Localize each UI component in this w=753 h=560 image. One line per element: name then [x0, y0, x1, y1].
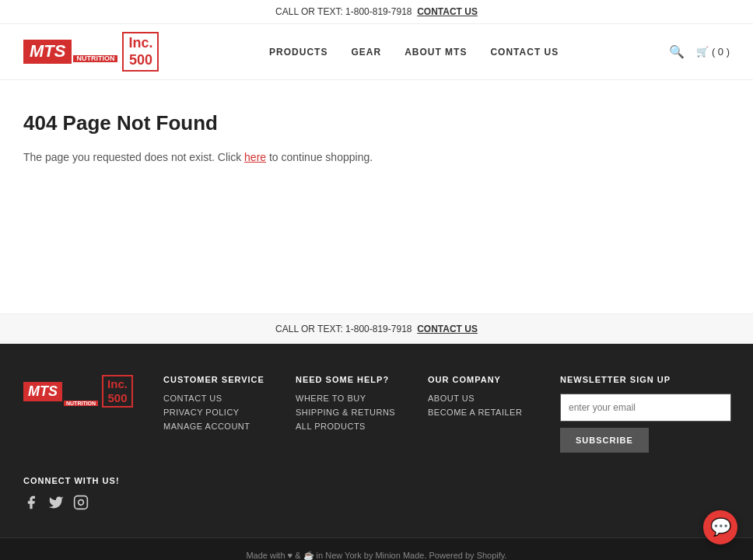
- footer-need-help: NEED SOME HELP? WHERE TO BUY SHIPPING & …: [296, 375, 412, 453]
- footer-logo-mts-text: MTS: [23, 382, 62, 401]
- nav-contact[interactable]: CONTACT US: [490, 47, 559, 58]
- customer-service-heading: CUSTOMER SERVICE: [163, 375, 280, 384]
- facebook-icon[interactable]: [23, 495, 39, 514]
- logo-mts[interactable]: MTS NUTRITION: [23, 40, 117, 63]
- page-title: 404 Page Not Found: [23, 111, 730, 135]
- connect-heading: CONNECT WITH US!: [23, 476, 730, 485]
- footer-bar-contact-link[interactable]: CONTACT US: [417, 324, 478, 334]
- main-content: 404 Page Not Found The page you requeste…: [0, 80, 753, 313]
- footer-where-to-buy-link[interactable]: WHERE TO BUY: [296, 394, 412, 403]
- footer-logo-inc: Inc. 500: [102, 375, 133, 408]
- nav-products[interactable]: PRODUCTS: [269, 47, 327, 58]
- header-icons: 🔍 🛒 ( 0 ): [669, 44, 730, 59]
- footer-retailer-link[interactable]: BECOME A RETAILER: [428, 408, 545, 417]
- logo-mts-text: MTS: [23, 40, 72, 63]
- twitter-icon[interactable]: [48, 495, 64, 514]
- logo-inc-number: 500: [128, 52, 152, 69]
- logo-inc: Inc. 500: [122, 32, 159, 72]
- chat-bubble[interactable]: 💬: [703, 510, 737, 544]
- cart-count: ( 0 ): [712, 46, 730, 58]
- instagram-icon[interactable]: [73, 495, 89, 514]
- top-banner-text: CALL OR TEXT: 1-800-819-7918: [275, 6, 412, 17]
- nav-about[interactable]: ABOUT MTS: [405, 47, 467, 58]
- cart-button[interactable]: 🛒 ( 0 ): [696, 46, 730, 58]
- footer-bottom-text: Made with ♥ & ☕ in New York by Minion Ma…: [246, 551, 506, 560]
- footer-privacy-link[interactable]: PRIVACY POLICY: [163, 408, 280, 417]
- page-body: The page you requested does not exist. C…: [23, 151, 730, 163]
- cart-icon: 🛒: [696, 46, 709, 58]
- footer-logo-inc-number: 500: [107, 391, 128, 405]
- footer-shipping-link[interactable]: SHIPPING & RETURNS: [296, 408, 412, 417]
- footer-contact-bar: CALL OR TEXT: 1-800-819-7918 CONTACT US: [0, 313, 753, 344]
- logo-area: MTS NUTRITION Inc. 500: [23, 32, 159, 72]
- newsletter-email-input[interactable]: [560, 394, 731, 422]
- footer-our-company: OUR COMPANY ABOUT US BECOME A RETAILER: [428, 375, 545, 453]
- chat-icon: 💬: [710, 517, 731, 537]
- footer-logo-inc-label: Inc.: [107, 377, 128, 391]
- subscribe-button[interactable]: SUBSCRIBE: [560, 428, 649, 453]
- footer-connect: CONNECT WITH US!: [23, 476, 730, 514]
- footer-contact-link[interactable]: CONTACT US: [163, 394, 280, 403]
- svg-rect-0: [75, 496, 88, 509]
- footer-newsletter: NEWSLETTER SIGN UP SUBSCRIBE: [560, 375, 731, 453]
- top-banner: CALL OR TEXT: 1-800-819-7918 CONTACT US: [0, 0, 753, 24]
- logo-nutrition-text: NUTRITION: [73, 55, 117, 62]
- page-body-text: The page you requested does not exist. C…: [23, 151, 241, 163]
- newsletter-heading: NEWSLETTER SIGN UP: [560, 375, 731, 384]
- our-company-heading: OUR COMPANY: [428, 375, 545, 384]
- footer-bar-text: CALL OR TEXT: 1-800-819-7918: [275, 324, 412, 334]
- footer-customer-service: CUSTOMER SERVICE CONTACT US PRIVACY POLI…: [163, 375, 280, 453]
- page-body-text-end: to continue shopping.: [269, 151, 373, 163]
- top-banner-contact-link[interactable]: CONTACT US: [417, 6, 478, 17]
- need-help-heading: NEED SOME HELP?: [296, 375, 412, 384]
- main-nav: PRODUCTS GEAR ABOUT MTS CONTACT US: [269, 47, 559, 58]
- footer-manage-link[interactable]: MANAGE ACCOUNT: [163, 422, 280, 431]
- footer-all-products-link[interactable]: ALL PRODUCTS: [296, 422, 412, 431]
- continue-shopping-link[interactable]: here: [244, 151, 266, 163]
- footer-inner: MTS NUTRITION Inc. 500 CUSTOMER SERVICE …: [23, 375, 730, 453]
- footer-about-link[interactable]: ABOUT US: [428, 394, 545, 403]
- footer-logo-nutrition: NUTRITION: [64, 401, 98, 406]
- footer-logo-col: MTS NUTRITION Inc. 500: [23, 375, 148, 453]
- header: MTS NUTRITION Inc. 500 PRODUCTS GEAR ABO…: [0, 24, 753, 80]
- footer-logo[interactable]: MTS NUTRITION Inc. 500: [23, 375, 133, 408]
- footer-bottom: Made with ♥ & ☕ in New York by Minion Ma…: [0, 537, 753, 560]
- logo-inc-label: Inc.: [128, 35, 152, 52]
- search-button[interactable]: 🔍: [669, 44, 685, 59]
- nav-gear[interactable]: GEAR: [351, 47, 381, 58]
- social-icons: [23, 495, 730, 514]
- footer: MTS NUTRITION Inc. 500 CUSTOMER SERVICE …: [0, 344, 753, 537]
